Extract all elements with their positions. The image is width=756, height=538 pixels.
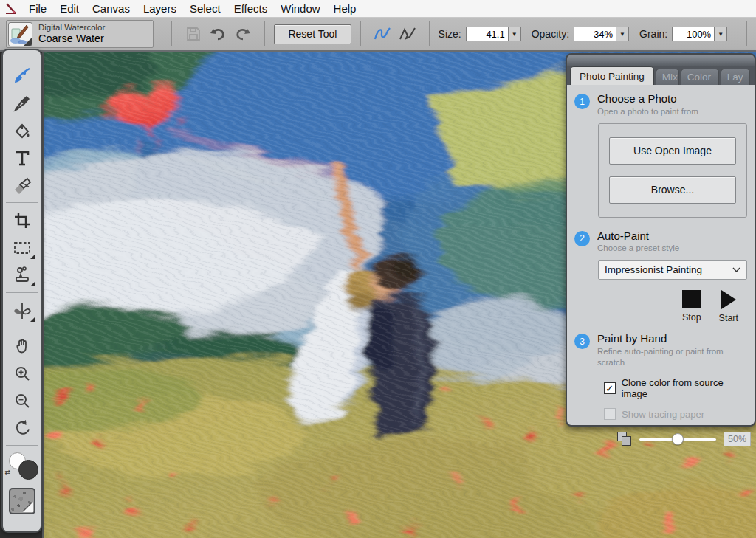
- swap-colors-icon[interactable]: ⇄: [5, 469, 11, 476]
- paper-texture-swatch[interactable]: [9, 488, 35, 514]
- start-button[interactable]: Start: [719, 290, 738, 323]
- tool-palette: ⇄: [1, 49, 42, 533]
- toolbar-separator: [264, 21, 265, 46]
- use-open-image-button[interactable]: Use Open Image: [609, 137, 736, 165]
- autopaint-transport: Stop Start: [573, 290, 738, 323]
- grain-label: Grain:: [639, 28, 667, 40]
- size-input[interactable]: 41.1: [466, 27, 509, 41]
- tracing-opacity-slider[interactable]: [639, 433, 716, 445]
- menu-edit[interactable]: Edit: [53, 1, 86, 16]
- dropper-tool-button[interactable]: [7, 89, 37, 117]
- tab-layers[interactable]: Lay: [721, 69, 750, 85]
- tracing-opacity-row: 50%: [617, 432, 744, 446]
- tracing-paper-label: Show tracing paper: [622, 409, 704, 420]
- opacity-control: Opacity: 34% ▼: [532, 27, 629, 41]
- clone-color-checkbox[interactable]: ✓: [604, 382, 616, 394]
- additional-color-swatch[interactable]: [18, 460, 38, 480]
- palette-divider: [6, 202, 38, 203]
- menu-canvas[interactable]: Canvas: [86, 1, 137, 16]
- flyout-indicator-icon: [30, 282, 35, 286]
- zoom-out-tool-button[interactable]: [7, 387, 37, 414]
- app-logo-icon: [3, 1, 19, 16]
- panel-tab-bar: Photo Painting Mix Color Lay: [567, 66, 755, 85]
- choose-photo-groupbox: Use Open Image Browse...: [598, 123, 747, 218]
- clone-color-row: ✓ Clone color from source image: [604, 377, 749, 399]
- tracing-opacity-value[interactable]: 50%: [724, 432, 751, 446]
- size-dropdown-arrow-icon[interactable]: ▼: [509, 27, 521, 41]
- browse-button[interactable]: Browse...: [609, 176, 736, 204]
- brush-selector[interactable]: Digital Watercolor Coarse Water: [6, 20, 154, 48]
- brush-tool-button[interactable]: [7, 62, 37, 89]
- menu-file[interactable]: File: [22, 1, 53, 16]
- toolbar-separator: [171, 21, 172, 46]
- clone-color-label: Clone color from source image: [622, 377, 749, 399]
- panel-body: 1 Choose a Photo Open a photo to paint f…: [567, 85, 755, 425]
- palette-divider: [6, 328, 38, 328]
- paint-bucket-tool-button[interactable]: [7, 117, 37, 144]
- rect-select-tool-button[interactable]: [7, 234, 37, 261]
- preset-style-dropdown[interactable]: Impressionist Painting: [598, 260, 747, 280]
- painter-app-window: File Edit Canvas Layers Select Effects W…: [0, 0, 756, 538]
- hand-tool-button[interactable]: [7, 332, 37, 359]
- freehand-stroke-icon[interactable]: [373, 23, 392, 45]
- panel-drag-bar[interactable]: [567, 55, 755, 66]
- stamp-tool-button[interactable]: [7, 261, 37, 289]
- flyout-indicator-icon: [30, 317, 35, 322]
- stop-button[interactable]: Stop: [682, 290, 701, 323]
- step1-header: 1 Choose a Photo Open a photo to paint f…: [574, 92, 749, 117]
- menu-help[interactable]: Help: [327, 1, 363, 16]
- opacity-dropdown-arrow-icon[interactable]: ▼: [616, 27, 629, 41]
- stop-icon: [682, 290, 701, 308]
- mirror-painting-tool-button[interactable]: [7, 297, 37, 324]
- toolbar-separator: [746, 21, 747, 46]
- play-icon: [721, 290, 736, 309]
- tracing-paper-checkbox[interactable]: [604, 408, 616, 420]
- tracing-paper-row: Show tracing paper: [604, 408, 749, 420]
- tab-mixer[interactable]: Mix: [656, 69, 679, 85]
- save-button[interactable]: [184, 23, 202, 45]
- menu-select[interactable]: Select: [183, 1, 227, 16]
- tracing-paper-icon: [617, 432, 632, 446]
- paper-flyout-indicator-icon: [23, 502, 33, 512]
- step2-subtitle: Choose a preset style: [597, 243, 679, 254]
- undo-button[interactable]: [208, 23, 227, 45]
- property-bar: Digital Watercolor Coarse Water Reset To…: [0, 18, 756, 52]
- menu-effects[interactable]: Effects: [227, 1, 275, 16]
- start-label: Start: [719, 313, 738, 323]
- size-control: Size: 41.1 ▼: [439, 27, 521, 41]
- grain-input[interactable]: 100%: [672, 27, 715, 41]
- eraser-tool-button[interactable]: [7, 171, 37, 199]
- step1-number-badge: 1: [574, 94, 590, 109]
- step3-subtitle: Refine auto-painting or paint from scrat…: [597, 346, 749, 368]
- zoom-in-tool-button[interactable]: [7, 359, 37, 387]
- step2-title: Auto-Paint: [597, 230, 679, 244]
- menu-bar: File Edit Canvas Layers Select Effects W…: [0, 0, 756, 18]
- text-tool-button[interactable]: [7, 144, 37, 171]
- size-label: Size:: [439, 28, 461, 40]
- menu-layers[interactable]: Layers: [137, 1, 183, 16]
- opacity-input[interactable]: 34%: [574, 27, 616, 41]
- chevron-down-icon: [732, 267, 740, 272]
- reset-tool-button[interactable]: Reset Tool: [274, 24, 351, 44]
- preset-style-value: Impressionist Painting: [605, 264, 702, 275]
- brush-variant-label: Coarse Water: [38, 32, 105, 45]
- menu-window[interactable]: Window: [274, 1, 326, 16]
- grain-dropdown-arrow-icon[interactable]: ▼: [715, 27, 727, 41]
- straight-stroke-icon[interactable]: [398, 23, 417, 45]
- photo-painting-panel: Photo Painting Mix Color Lay 1 Choose a …: [566, 53, 756, 427]
- tab-color[interactable]: Color: [681, 69, 719, 85]
- palette-divider: [6, 292, 38, 293]
- rotate-canvas-tool-button[interactable]: [7, 414, 37, 441]
- step2-header: 2 Auto-Paint Choose a preset style: [574, 230, 749, 255]
- brush-thumbnail-icon: [8, 22, 32, 46]
- step2-number-badge: 2: [574, 231, 590, 246]
- step1-subtitle: Open a photo to paint from: [597, 106, 698, 117]
- step3-title: Paint by Hand: [597, 332, 749, 346]
- crop-tool-button[interactable]: [7, 207, 37, 234]
- slider-thumb[interactable]: [672, 433, 684, 445]
- tab-photo-painting[interactable]: Photo Painting: [570, 66, 654, 85]
- palette-divider: [6, 445, 38, 446]
- redo-button[interactable]: [233, 23, 252, 45]
- step3-number-badge: 3: [574, 334, 590, 349]
- color-swatches[interactable]: ⇄: [7, 452, 38, 480]
